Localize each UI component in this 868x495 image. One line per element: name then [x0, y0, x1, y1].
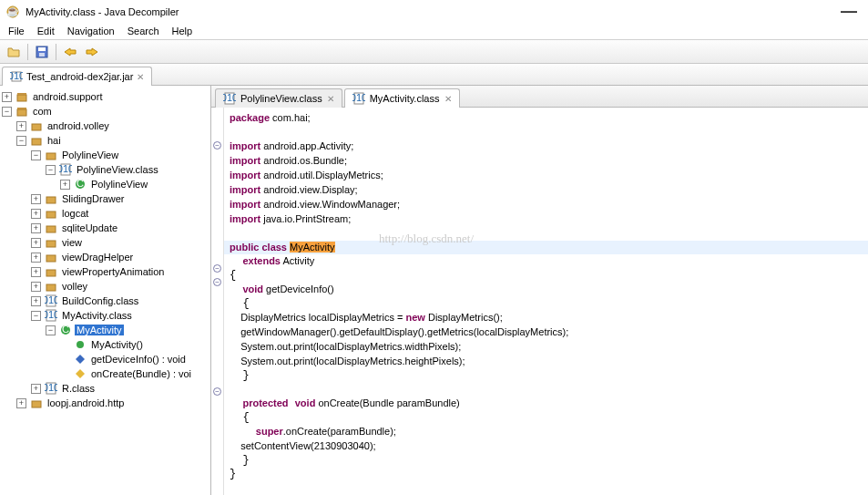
svg-rect-7 [17, 95, 26, 101]
package-icon [15, 89, 29, 104]
package-icon [44, 279, 58, 294]
close-icon[interactable]: ✕ [444, 94, 452, 104]
tree-item[interactable]: +010R.class [2, 381, 209, 396]
collapse-icon[interactable]: − [16, 136, 26, 146]
tree-item-selected[interactable]: −CMyActivity [2, 323, 209, 337]
tree-item[interactable]: −hai [2, 133, 209, 148]
method-default-icon [73, 352, 87, 366]
source-code[interactable]: http://blog.csdn.net/package com.hai; im… [224, 108, 868, 495]
tree-item[interactable]: +viewDragHelper [2, 250, 209, 264]
collapse-icon[interactable]: − [46, 325, 56, 335]
expand-icon[interactable]: + [16, 121, 26, 131]
close-icon[interactable]: ✕ [327, 94, 334, 104]
fold-toggle[interactable]: − [213, 264, 221, 273]
tree-item[interactable]: +010BuildConfig.class [2, 294, 209, 308]
svg-text:☕: ☕ [6, 5, 19, 17]
menu-file[interactable]: File [2, 24, 31, 38]
expand-icon[interactable]: + [31, 223, 41, 233]
package-icon [44, 191, 58, 206]
tree-item[interactable]: +volley [2, 279, 209, 294]
close-icon[interactable]: ✕ [137, 72, 144, 82]
file-tab[interactable]: 010 Test_android-dex2jar.jar ✕ [2, 67, 152, 86]
editor-tab[interactable]: 010 PolylineView.class ✕ [215, 88, 342, 108]
editor-tabbar: 010 PolylineView.class ✕ 010 MyActivity.… [211, 86, 868, 108]
editor-tab-label: PolylineView.class [240, 93, 322, 104]
collapse-icon[interactable]: − [31, 150, 41, 160]
tree-item[interactable]: +logcat [2, 206, 209, 221]
fold-toggle[interactable]: − [213, 278, 221, 286]
expand-icon[interactable]: + [31, 194, 41, 204]
collapse-icon[interactable]: − [31, 311, 41, 321]
expand-icon[interactable]: + [31, 282, 41, 292]
classfile-icon: 010 [58, 162, 73, 177]
svg-point-31 [77, 341, 84, 348]
svg-text:010: 010 [45, 382, 57, 393]
class-icon: C [73, 177, 87, 191]
fold-gutter: − − − − [211, 108, 224, 495]
expand-icon[interactable]: + [60, 180, 70, 190]
tree-item[interactable]: +android.support [2, 89, 209, 104]
package-icon [29, 396, 44, 410]
expand-icon[interactable]: + [31, 238, 41, 248]
svg-rect-10 [17, 108, 26, 109]
menu-help[interactable]: Help [166, 24, 199, 38]
menu-search[interactable]: Search [121, 24, 166, 38]
method-protected-icon [73, 366, 87, 381]
fold-toggle[interactable]: − [213, 141, 221, 150]
tree-item[interactable]: +sqliteUpdate [2, 221, 209, 235]
open-file-button[interactable] [4, 42, 24, 62]
svg-rect-24 [46, 284, 56, 291]
file-tab-label: Test_android-dex2jar.jar [26, 71, 133, 82]
collapse-icon[interactable]: − [46, 165, 56, 175]
expand-icon[interactable]: + [31, 209, 41, 219]
tree-item[interactable]: +loopj.android.http [2, 396, 209, 410]
tree-item[interactable]: +view [2, 235, 209, 250]
toolbar-separator [56, 44, 56, 60]
tree-item[interactable]: −010MyActivity.class [2, 308, 209, 323]
nav-back-button[interactable] [60, 42, 80, 62]
nav-forward-button[interactable] [82, 42, 102, 62]
tree-item[interactable]: +android.volley [2, 119, 209, 133]
svg-rect-4 [39, 53, 45, 57]
expand-icon[interactable]: + [31, 296, 41, 306]
tree-item[interactable]: onCreate(Bundle) : voi [2, 366, 209, 381]
expand-icon[interactable]: + [31, 384, 41, 394]
collapse-icon[interactable]: − [2, 107, 12, 117]
fold-toggle[interactable]: − [213, 387, 221, 396]
svg-rect-12 [32, 139, 41, 145]
save-button[interactable] [32, 42, 52, 62]
minimize-button[interactable]: — [835, 2, 863, 21]
tree-item[interactable]: +viewPropertyAnimation [2, 264, 209, 279]
tree-item[interactable]: MyActivity() [2, 337, 209, 352]
package-icon [15, 104, 29, 119]
svg-text:010: 010 [223, 92, 236, 103]
svg-rect-20 [46, 226, 56, 232]
editor-tab-active[interactable]: 010 MyActivity.class ✕ [344, 88, 460, 108]
tree-item[interactable]: +SlidingDrawer [2, 191, 209, 206]
menu-bar: File Edit Navigation Search Help [0, 23, 868, 40]
svg-text:010: 010 [45, 294, 57, 305]
tree-item[interactable]: −PolylineView [2, 148, 209, 162]
expand-icon[interactable]: + [31, 267, 41, 277]
editor-area: 010 PolylineView.class ✕ 010 MyActivity.… [211, 86, 868, 495]
package-explorer[interactable]: +android.support −com +android.volley −h… [0, 86, 211, 495]
svg-rect-13 [46, 153, 56, 160]
svg-text:010: 010 [59, 163, 72, 174]
svg-rect-3 [38, 47, 46, 51]
expand-icon[interactable]: + [31, 253, 41, 263]
tree-item[interactable]: −com [2, 104, 209, 119]
code-editor[interactable]: − − − − http://blog.csdn.net/package com… [211, 108, 868, 495]
package-icon [44, 250, 58, 264]
svg-rect-8 [17, 93, 26, 95]
menu-edit[interactable]: Edit [31, 24, 61, 38]
menu-navigation[interactable]: Navigation [61, 24, 121, 38]
expand-icon[interactable]: + [2, 92, 12, 102]
window-title: MyActivity.class - Java Decompiler [26, 6, 835, 17]
tree-item[interactable]: getDeviceInfo() : void [2, 352, 209, 366]
highlighted-classname: MyActivity [290, 242, 335, 253]
tree: +android.support −com +android.volley −h… [0, 86, 210, 414]
tree-item[interactable]: +CPolylineView [2, 177, 209, 191]
tree-item[interactable]: −010PolylineView.class [2, 162, 209, 177]
expand-icon[interactable]: + [16, 398, 26, 408]
class-icon: C [58, 323, 73, 337]
